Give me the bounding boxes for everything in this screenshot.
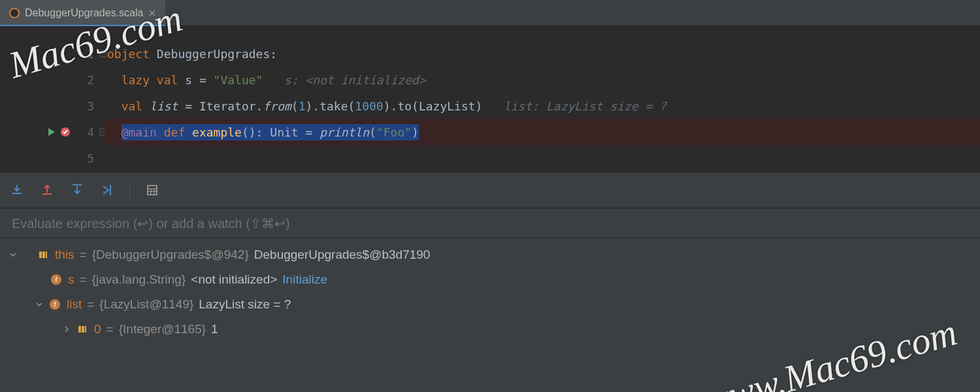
number: 1000 [355, 99, 383, 113]
var-value: 1 [211, 322, 218, 336]
annotation: @main [122, 125, 164, 139]
var-type: {DebuggerUpgrades$@942} [92, 248, 249, 262]
var-value: <not initialized> [191, 272, 277, 287]
code-line[interactable] [105, 145, 980, 171]
svg-rect-6 [42, 252, 45, 258]
method: println [319, 125, 369, 139]
svg-rect-4 [148, 186, 157, 195]
evaluate-placeholder: Evaluate expression (↩) or add a watch (… [12, 216, 290, 231]
operator: = [192, 73, 214, 87]
equals: = [87, 297, 94, 312]
var-row-s[interactable]: f s = {java.lang.String} <not initialize… [0, 267, 980, 292]
file-tab[interactable]: DebuggerUpgrades.scala [0, 0, 165, 25]
text: (): [242, 125, 270, 139]
line-number: 1 [81, 47, 94, 61]
line-number: 2 [81, 73, 94, 87]
string: "Value" [214, 73, 263, 87]
operator: = [299, 125, 320, 139]
text: = Iterator. [178, 99, 263, 113]
gutter-line: 3 [0, 93, 105, 119]
svg-rect-5 [39, 252, 42, 258]
identifier: DebuggerUpgrades: [150, 47, 277, 61]
svg-rect-12 [78, 326, 81, 333]
svg-rect-7 [46, 252, 47, 258]
equals: = [106, 322, 114, 336]
run-to-cursor-button[interactable] [99, 182, 115, 198]
chevron-down-icon[interactable] [35, 301, 43, 308]
var-name: 0 [94, 322, 101, 336]
line-number: 5 [81, 152, 94, 165]
var-type: {LazyList@1149} [99, 297, 193, 312]
line-number: 3 [81, 99, 94, 113]
inline-hint: s: <not initialized> [263, 73, 425, 87]
tab-bar: DebuggerUpgrades.scala [0, 0, 980, 26]
text: ).to(LazyList) [384, 99, 483, 113]
text: ).take( [306, 99, 355, 113]
keyword: object [107, 47, 150, 61]
debug-toolbar [0, 172, 980, 208]
var-value: DebuggerUpgrades$@b3d7190 [254, 248, 431, 262]
keyword: def [164, 125, 192, 139]
chevron-right-icon[interactable] [63, 325, 71, 333]
calculator-icon[interactable] [144, 182, 160, 198]
keyword: val [122, 99, 150, 113]
step-out-button[interactable] [69, 182, 85, 198]
tab-filename: DebuggerUpgrades.scala [25, 7, 143, 19]
paren: ( [369, 125, 376, 139]
step-into-button[interactable] [39, 182, 55, 198]
object-icon [37, 248, 50, 261]
scala-file-icon [9, 8, 20, 18]
field-icon: f [48, 298, 61, 311]
object-icon [76, 323, 89, 336]
run-icon[interactable] [47, 127, 56, 137]
toolbar-divider [129, 181, 130, 199]
gutter: 1 2 3 4 5 [0, 26, 105, 172]
line-number: 4 [81, 125, 94, 139]
gutter-line: 5 [0, 145, 105, 171]
variables-panel: this = {DebuggerUpgrades$@942} DebuggerU… [0, 238, 980, 392]
svg-rect-14 [85, 326, 86, 333]
number: 1 [299, 99, 306, 113]
var-row-item[interactable]: 0 = {Integer@1165} 1 [0, 317, 980, 342]
gutter-line: 2 [0, 67, 105, 93]
evaluate-input[interactable]: Evaluate expression (↩) or add a watch (… [0, 208, 980, 238]
code-line[interactable]: val list = Iterator.from(1).take(1000).t… [105, 93, 980, 119]
breakpoint-icon[interactable] [60, 127, 71, 137]
gutter-line: 1 [0, 41, 105, 67]
code-line[interactable]: object DebuggerUpgrades: [105, 41, 980, 67]
inline-hint: list: LazyList size = ? [482, 99, 666, 113]
function: example [192, 125, 242, 139]
var-name: list [67, 297, 82, 312]
equals: = [80, 248, 87, 262]
code-area[interactable]: object DebuggerUpgrades: lazy val s = "V… [105, 26, 980, 172]
keyword: lazy val [122, 73, 186, 87]
gutter-line: 4 [0, 119, 105, 145]
close-icon[interactable] [148, 9, 156, 17]
initialize-link[interactable]: Initialize [282, 272, 327, 287]
chevron-down-icon[interactable] [9, 251, 17, 259]
equals: = [80, 272, 87, 287]
var-value: LazyList size = ? [199, 297, 291, 312]
type: Unit [270, 125, 298, 139]
string: "Foo" [376, 125, 412, 139]
var-type: {java.lang.String} [92, 272, 186, 287]
code-line-current[interactable]: @main def example(): Unit = println("Foo… [105, 119, 980, 145]
identifier: list [150, 99, 178, 113]
var-name: s [68, 272, 74, 287]
method: from [263, 99, 291, 113]
identifier: s [185, 73, 192, 87]
paren: ) [412, 125, 419, 139]
var-row-list[interactable]: f list = {LazyList@1149} LazyList size =… [0, 292, 980, 317]
svg-point-0 [10, 8, 19, 18]
step-into-my-button[interactable] [9, 182, 25, 198]
var-name: this [55, 248, 74, 262]
paren: ( [291, 99, 299, 113]
code-editor[interactable]: 1 2 3 4 5 object DebuggerUpgrades: lazy … [0, 26, 980, 172]
code-line[interactable]: lazy val s = "Value" s: <not initialized… [105, 67, 980, 93]
field-icon: f [50, 273, 63, 286]
var-row-this[interactable]: this = {DebuggerUpgrades$@942} DebuggerU… [0, 242, 980, 267]
svg-rect-13 [82, 326, 84, 333]
var-type: {Integer@1165} [119, 322, 206, 336]
